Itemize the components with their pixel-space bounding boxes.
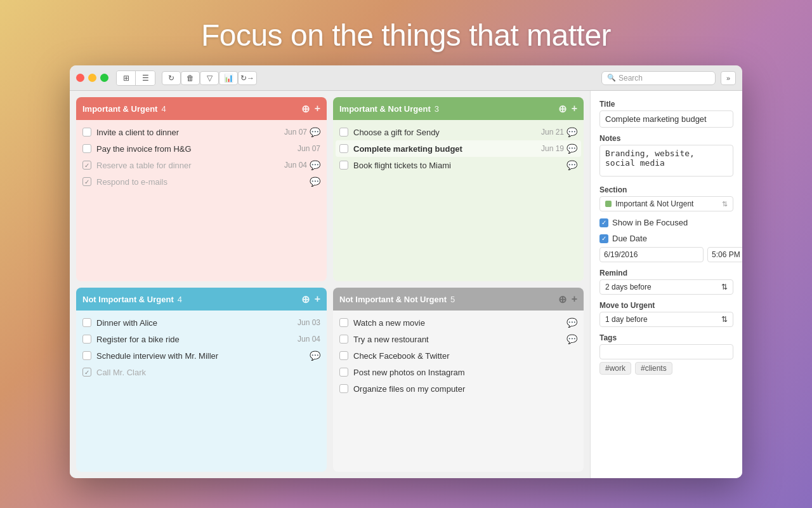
move-urgent-select[interactable]: 1 day before ⇅ (599, 312, 733, 327)
remind-select[interactable]: 2 days before ⇅ (599, 279, 733, 295)
add-task-icon[interactable]: + (315, 103, 320, 114)
due-date-label: Due Date (612, 234, 647, 243)
task-checkbox[interactable] (339, 318, 348, 327)
tag-work[interactable]: #work (599, 362, 631, 375)
title-field-group: Title (599, 100, 733, 128)
arrow-right-icon: » (726, 74, 730, 82)
task-item[interactable]: Schedule interview with Mr. Miller 💬 (79, 347, 324, 364)
list-icon: ☰ (142, 74, 149, 83)
show-be-focused-row[interactable]: Show in Be Focused (599, 218, 733, 227)
due-date-checkbox[interactable] (599, 234, 608, 243)
task-name: Call Mr. Clark (96, 368, 320, 377)
zoom-icon[interactable]: ⊕ (301, 293, 310, 305)
task-item[interactable]: Call Mr. Clark (79, 364, 324, 380)
sync-button[interactable]: ↻→ (238, 71, 257, 85)
lists-area: Important & Urgent 4 ⊕ + Invite a client… (70, 91, 590, 478)
task-item[interactable]: Choose a gift for Sendy Jun 21 💬 (336, 124, 581, 140)
task-checkbox[interactable] (339, 351, 348, 360)
task-item[interactable]: Pay the invoice from H&G Jun 07 (79, 140, 324, 157)
task-item[interactable]: Watch a new movie 💬 (336, 314, 581, 331)
list-view-button[interactable]: ☰ (136, 71, 155, 85)
task-checkbox[interactable] (339, 161, 348, 170)
task-checkbox[interactable] (82, 351, 91, 360)
task-date: Jun 03 (298, 318, 320, 327)
task-item[interactable]: Register for a bike ride Jun 04 (79, 331, 324, 347)
notes-input[interactable]: Branding, website, social media (599, 145, 733, 177)
maximize-button[interactable] (100, 74, 108, 82)
expand-button[interactable]: » (721, 71, 736, 85)
date-input[interactable] (599, 247, 704, 262)
headline: Focus on the things that matter (201, 18, 611, 53)
add-task-icon[interactable]: + (572, 293, 577, 305)
task-item[interactable]: Organize files on my computer (336, 380, 581, 397)
time-input[interactable] (707, 247, 742, 262)
panel-ninu-title: Not Important & Not Urgent (339, 295, 447, 304)
search-icon: 🔍 (607, 74, 616, 82)
panel-inu-count: 3 (435, 104, 439, 114)
task-checkbox[interactable] (82, 368, 91, 377)
panel-iu-actions: ⊕ + (301, 103, 320, 115)
show-be-focused-checkbox[interactable] (599, 218, 608, 227)
comment-icon: 💬 (310, 160, 320, 170)
task-checkbox[interactable] (339, 368, 348, 377)
task-name: Dinner with Alice (96, 318, 294, 328)
chart-button[interactable]: 📊 (219, 71, 238, 85)
task-item[interactable]: Try a new restourant 💬 (336, 331, 581, 347)
task-checkbox[interactable] (339, 335, 348, 344)
task-item[interactable]: Check Facebook & Twitter (336, 347, 581, 364)
sync-icon: ↻→ (240, 74, 254, 83)
task-checkbox[interactable] (339, 144, 348, 153)
filter-button[interactable]: ▽ (200, 71, 219, 85)
panel-important-not-urgent: Important & Not Urgent 3 ⊕ + Choose a gi… (333, 97, 584, 281)
traffic-lights (76, 74, 108, 82)
task-item[interactable]: Dinner with Alice Jun 03 (79, 314, 324, 331)
panel-iu-count: 4 (161, 104, 166, 114)
task-name: Post new photos on Instagram (353, 368, 577, 377)
due-date-row[interactable]: Due Date (599, 234, 733, 243)
comment-icon: 💬 (310, 127, 320, 137)
search-box[interactable]: 🔍 Search (601, 71, 716, 85)
zoom-icon[interactable]: ⊕ (301, 103, 310, 115)
task-checkbox[interactable] (82, 161, 91, 170)
trash-icon: 🗑 (187, 74, 194, 83)
task-checkbox[interactable] (82, 318, 91, 327)
section-select[interactable]: Important & Not Urgent ⇅ (599, 196, 733, 211)
comment-icon: 💬 (566, 318, 577, 328)
section-color-dot (605, 201, 612, 207)
close-button[interactable] (76, 74, 84, 82)
task-checkbox[interactable] (82, 128, 91, 137)
task-date: Jun 07 (298, 144, 320, 153)
add-task-icon[interactable]: + (315, 293, 320, 305)
title-input[interactable] (599, 110, 733, 128)
task-item[interactable]: Book flight tickets to Miami 💬 (336, 157, 581, 173)
grid-view-button[interactable]: ⊞ (117, 71, 136, 85)
task-item[interactable]: Respond to e-mails 💬 (79, 173, 324, 190)
panel-important-urgent: Important & Urgent 4 ⊕ + Invite a client… (76, 97, 327, 281)
task-item[interactable]: Invite a client to dinner Jun 07 💬 (79, 124, 324, 140)
task-checkbox[interactable] (82, 177, 91, 186)
task-checkbox[interactable] (339, 128, 348, 137)
panel-inu-body: Choose a gift for Sendy Jun 21 💬 Complet… (333, 120, 584, 281)
zoom-icon[interactable]: ⊕ (558, 103, 566, 115)
refresh-button[interactable]: ↻ (162, 71, 181, 85)
trash-button[interactable]: 🗑 (181, 71, 200, 85)
date-time-row (599, 247, 733, 262)
task-checkbox[interactable] (82, 144, 91, 153)
title-label: Title (599, 100, 733, 109)
task-name: Schedule interview with Mr. Miller (96, 351, 307, 361)
panel-niu-header: Not Important & Urgent 4 ⊕ + (76, 288, 327, 311)
task-checkbox[interactable] (339, 384, 348, 393)
task-item[interactable]: Reserve a table for dinner Jun 04 💬 (79, 157, 324, 173)
zoom-icon[interactable]: ⊕ (558, 293, 566, 305)
tags-input[interactable] (599, 344, 733, 359)
tag-clients[interactable]: #clients (635, 362, 672, 375)
search-placeholder: Search (619, 74, 643, 83)
panel-iu-body: Invite a client to dinner Jun 07 💬 Pay t… (76, 120, 327, 281)
task-name: Choose a gift for Sendy (353, 128, 537, 137)
panel-niu-title: Not Important & Urgent (82, 295, 174, 304)
add-task-icon[interactable]: + (572, 103, 577, 114)
task-item[interactable]: Complete marketing budget Jun 19 💬 (336, 140, 581, 157)
task-checkbox[interactable] (82, 335, 91, 344)
minimize-button[interactable] (88, 74, 96, 82)
task-item[interactable]: Post new photos on Instagram (336, 364, 581, 380)
